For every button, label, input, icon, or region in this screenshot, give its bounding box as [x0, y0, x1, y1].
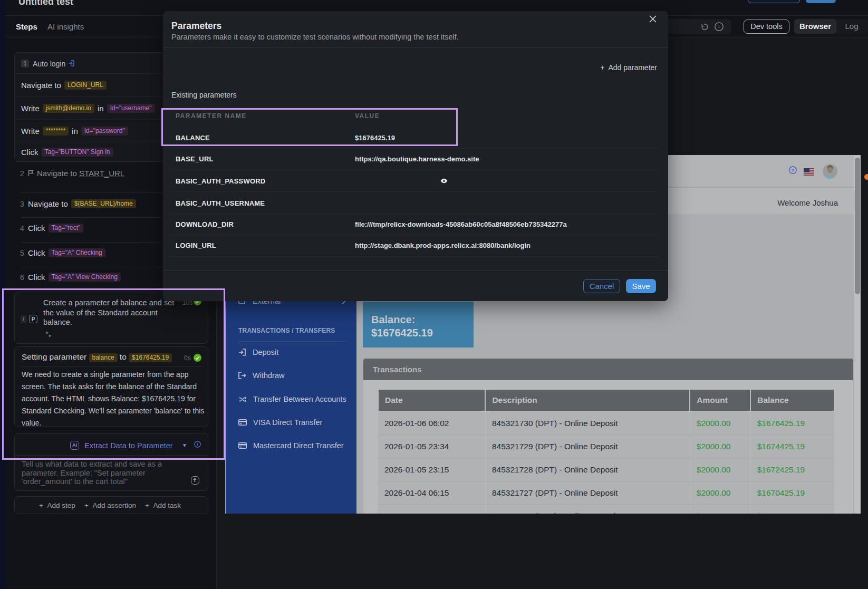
svg-text:?: ? [792, 168, 795, 173]
